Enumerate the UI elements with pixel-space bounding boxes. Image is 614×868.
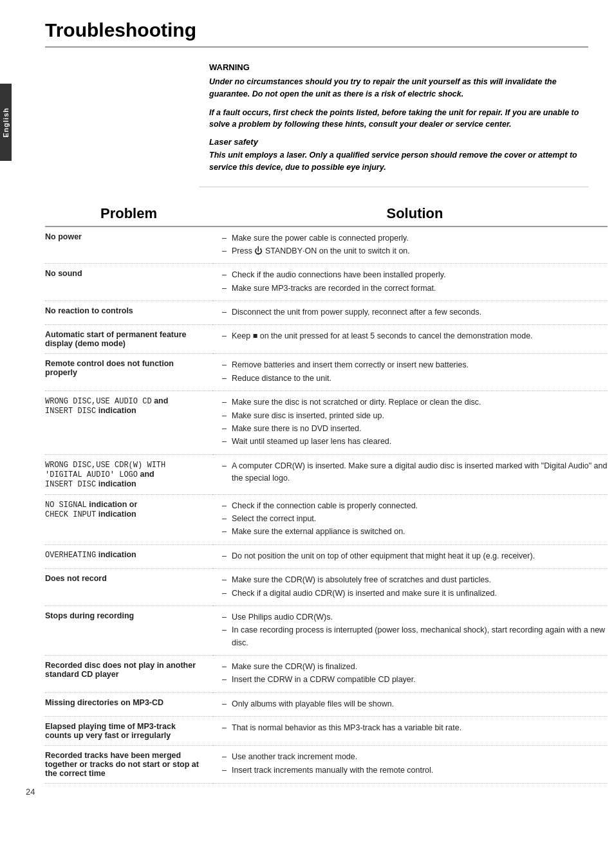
table-header-row: Problem Solution: [45, 200, 608, 226]
solution-item: Make sure MP3-tracks are recorded in the…: [222, 282, 608, 295]
solution-cell: Make sure the power cable is connected p…: [212, 226, 608, 264]
page-container: English Troubleshooting WARNING Under no…: [0, 0, 614, 809]
solution-cell: Make sure the CDR(W) is finalized.Insert…: [212, 656, 608, 693]
solution-item: In case recording process is interrupted…: [222, 624, 608, 649]
solution-item: Do not position the unit on top of other…: [222, 550, 608, 562]
problem-cell: No sound: [45, 264, 212, 301]
solution-cell: Make sure the disc is not scratched or d…: [212, 391, 608, 455]
table-row: Recorded disc does not play in another s…: [45, 656, 608, 693]
warning-title: WARNING: [209, 62, 588, 72]
problem-cell: Stops during recording: [45, 605, 212, 655]
problem-cell: WRONG DISC,USE AUDIO CD andINSERT DISC i…: [45, 391, 212, 455]
solution-cell: Check if the connection cable is properl…: [212, 494, 608, 544]
warning-area: WARNING Under no circumstances should yo…: [45, 53, 588, 194]
table-row: No powerMake sure the power cable is con…: [45, 226, 608, 264]
solution-item: Make sure the external appliance is swit…: [222, 526, 608, 538]
problem-cell: NO SIGNAL indication orCHECK INPUT indic…: [45, 494, 212, 544]
solution-cell: Do not position the unit on top of other…: [212, 544, 608, 568]
solution-cell: A computer CDR(W) is inserted. Make sure…: [212, 454, 608, 494]
solution-cell: Remove batteries and insert them correct…: [212, 354, 608, 391]
warning-paragraph2: If a fault occurs, first check the point…: [209, 107, 588, 131]
problem-cell: No reaction to controls: [45, 301, 212, 325]
problem-cell: No power: [45, 226, 212, 264]
table-row: NO SIGNAL indication orCHECK INPUT indic…: [45, 494, 608, 544]
solution-cell: Make sure the CDR(W) is absolutely free …: [212, 569, 608, 606]
warning-section: WARNING Under no circumstances should yo…: [200, 53, 588, 187]
solution-item: Make sure the disc is not scratched or d…: [222, 396, 608, 409]
solution-item: Use Philips audio CDR(W)s.: [222, 611, 608, 623]
solution-cell: That is normal behavior as this MP3-trac…: [212, 717, 608, 746]
table-row: Elapsed playing time of MP3-track counts…: [45, 717, 608, 746]
solution-item: Use another track increment mode.: [222, 751, 608, 763]
solution-item: Remove batteries and insert them correct…: [222, 359, 608, 371]
warning-paragraph1: Under no circumstances should you try to…: [209, 76, 588, 100]
solution-item: Make sure the CDR(W) is absolutely free …: [222, 574, 608, 586]
table-row: Does not recordMake sure the CDR(W) is a…: [45, 569, 608, 606]
table-row: Recorded tracks have been merged togethe…: [45, 746, 608, 784]
problem-cell: Automatic start of permanent feature dis…: [45, 325, 212, 354]
solution-item: Keep ■ on the unit pressed for at least …: [222, 330, 608, 342]
problem-cell: Does not record: [45, 569, 212, 606]
table-row: WRONG DISC,USE AUDIO CD andINSERT DISC i…: [45, 391, 608, 455]
solution-item: Insert the CDRW in a CDRW compatible CD …: [222, 674, 608, 686]
solution-cell: Only albums with playable files will be …: [212, 692, 608, 716]
side-tab-label: English: [2, 107, 10, 138]
page-title: Troubleshooting: [45, 19, 588, 48]
solution-item: Reduce distance to the unit.: [222, 373, 608, 385]
left-spacer: [45, 53, 200, 194]
solution-item: Make sure the CDR(W) is finalized.: [222, 661, 608, 673]
solution-cell: Use Philips audio CDR(W)s.In case record…: [212, 605, 608, 655]
solution-item: Make sure there is no DVD inserted.: [222, 423, 608, 435]
problem-cell: Recorded disc does not play in another s…: [45, 656, 212, 693]
table-row: Stops during recordingUse Philips audio …: [45, 605, 608, 655]
table-row: Remote control does not function properl…: [45, 354, 608, 391]
problem-solution-table: Problem Solution No powerMake sure the p…: [45, 200, 608, 784]
problem-cell: Missing directories on MP3-CD: [45, 692, 212, 716]
solution-item: Only albums with playable files will be …: [222, 698, 608, 710]
laser-safety-title: Laser safety: [209, 137, 588, 147]
problem-cell: WRONG DISC,USE CDR(W) WITH'DIGITAL AUDIO…: [45, 454, 212, 494]
solution-item: Make sure disc is inserted, printed side…: [222, 410, 608, 422]
problem-cell: Remote control does not function properl…: [45, 354, 212, 391]
solution-cell: Disconnect the unit from power supply, r…: [212, 301, 608, 325]
solution-cell: Check if the audio connections have been…: [212, 264, 608, 301]
table-row: WRONG DISC,USE CDR(W) WITH'DIGITAL AUDIO…: [45, 454, 608, 494]
table-row: No soundCheck if the audio connections h…: [45, 264, 608, 301]
solution-item: Make sure the power cable is connected p…: [222, 232, 608, 245]
solution-item: Check if a digital audio CDR(W) is inser…: [222, 587, 608, 600]
solution-cell: Use another track increment mode.Insert …: [212, 746, 608, 784]
table-row: OVERHEATING indicationDo not position th…: [45, 544, 608, 568]
side-tab: English: [0, 84, 12, 161]
table-row: Automatic start of permanent feature dis…: [45, 325, 608, 354]
problem-cell: Elapsed playing time of MP3-track counts…: [45, 717, 212, 746]
table-row: Missing directories on MP3-CDOnly albums…: [45, 692, 608, 716]
header-solution: Solution: [212, 200, 608, 226]
solution-item: A computer CDR(W) is inserted. Make sure…: [222, 460, 608, 485]
table-row: No reaction to controlsDisconnect the un…: [45, 301, 608, 325]
page-number: 24: [26, 787, 35, 797]
solution-item: Check if the audio connections have been…: [222, 269, 608, 281]
solution-item: That is normal behavior as this MP3-trac…: [222, 722, 608, 734]
solution-item: Wait until steamed up laser lens has cle…: [222, 436, 608, 448]
problem-cell: OVERHEATING indication: [45, 544, 212, 568]
laser-safety-text: This unit employs a laser. Only a qualif…: [209, 149, 588, 174]
solution-item: Disconnect the unit from power supply, r…: [222, 306, 608, 319]
problem-cell: Recorded tracks have been merged togethe…: [45, 746, 212, 784]
solution-item: Press ⏻ STANDBY·ON on the unit to switch…: [222, 245, 608, 257]
solution-item: Insert track increments manually with th…: [222, 764, 608, 777]
header-problem: Problem: [45, 200, 212, 226]
solution-cell: Keep ■ on the unit pressed for at least …: [212, 325, 608, 354]
solution-item: Check if the connection cable is properl…: [222, 500, 608, 512]
solution-item: Select the correct input.: [222, 513, 608, 525]
